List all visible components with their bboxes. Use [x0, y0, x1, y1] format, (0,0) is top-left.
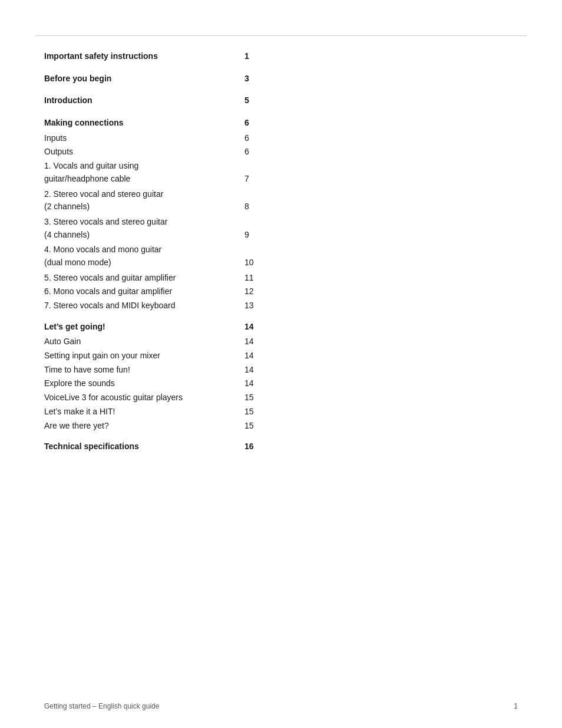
toc-row: Explore the sounds14: [44, 377, 292, 391]
toc-item-page: 15: [244, 420, 292, 434]
top-border: [35, 35, 527, 36]
footer: Getting started – English quick guide 1: [44, 702, 518, 710]
toc-item-page: 6: [244, 117, 292, 132]
toc-item-label: Explore the sounds: [44, 377, 244, 391]
toc-row: 2. Stereo vocal and stereo guitar: [44, 188, 292, 201]
toc-row: Auto Gain14: [44, 335, 292, 350]
toc-item-label: Auto Gain: [44, 335, 244, 350]
toc-row: Before you begin3: [44, 73, 292, 88]
toc-item-page: 12: [244, 285, 292, 299]
toc-row: 6. Mono vocals and guitar amplifier12: [44, 285, 292, 299]
toc-row: Setting input gain on your mixer14: [44, 350, 292, 364]
toc-item-page: 6: [244, 132, 292, 146]
toc-item-page: 15: [244, 406, 292, 420]
toc-item-label: Inputs: [44, 132, 244, 146]
toc-row: Let’s make it a HIT!15: [44, 406, 292, 420]
toc-row: 1. Vocals and guitar using: [44, 160, 292, 173]
toc-item-label-continued: guitar/headphone cable: [44, 173, 244, 188]
toc-table: Important safety instructions1Before you…: [44, 50, 292, 456]
toc-item-page: 8: [244, 200, 292, 216]
toc-item-label: 2. Stereo vocal and stereo guitar: [44, 188, 244, 201]
toc-item-page: 7: [244, 173, 292, 188]
toc-item-label: 7. Stereo vocals and MIDI keyboard: [44, 299, 244, 314]
toc-row: 7. Stereo vocals and MIDI keyboard13: [44, 299, 292, 314]
footer-left: Getting started – English quick guide: [44, 702, 159, 710]
toc-item-page: 14: [244, 377, 292, 391]
toc-row: Technical specifications16: [44, 440, 292, 456]
toc-item-label: 4. Mono vocals and mono guitar: [44, 243, 244, 256]
toc-item-label: 5. Stereo vocals and guitar amplifier: [44, 272, 244, 286]
toc-row: 4. Mono vocals and mono guitar: [44, 243, 292, 256]
toc-row: VoiceLive 3 for acoustic guitar players1…: [44, 391, 292, 406]
toc-row-continued: (dual mono mode)10: [44, 256, 292, 272]
toc-item-page: 6: [244, 146, 292, 160]
toc-item-label: Technical specifications: [44, 440, 244, 456]
toc-item-page: 10: [244, 256, 292, 272]
toc-item-page: 5: [244, 94, 292, 110]
toc-item-page: 13: [244, 299, 292, 314]
toc-item-label-continued: (2 channels): [44, 200, 244, 216]
toc-row: Making connections6: [44, 117, 292, 132]
toc-row-continued: guitar/headphone cable7: [44, 173, 292, 188]
toc-item-label: Important safety instructions: [44, 50, 244, 65]
toc-item-page: 14: [244, 335, 292, 350]
toc-row: Let’s get going!14: [44, 321, 292, 336]
toc-row: 5. Stereo vocals and guitar amplifier11: [44, 272, 292, 286]
toc-row: Outputs6: [44, 146, 292, 160]
toc-item-page: 3: [244, 73, 292, 88]
toc-item-label: Introduction: [44, 94, 244, 110]
toc-item-label: Let’s get going!: [44, 321, 244, 336]
toc-item-page: 16: [244, 440, 292, 456]
toc-item-page: 1: [244, 50, 292, 65]
toc-row-continued: (2 channels)8: [44, 200, 292, 216]
toc-item-label: 6. Mono vocals and guitar amplifier: [44, 285, 244, 299]
toc-item-page: 11: [244, 272, 292, 286]
toc-row: Introduction5: [44, 94, 292, 110]
toc-item-label-continued: (dual mono mode): [44, 256, 244, 272]
toc-item-page: 15: [244, 391, 292, 406]
toc-item-page: 14: [244, 364, 292, 378]
toc-item-page: 9: [244, 229, 292, 244]
toc-item-page: 14: [244, 321, 292, 336]
toc-row: Time to have some fun!14: [44, 364, 292, 378]
toc-item-label: VoiceLive 3 for acoustic guitar players: [44, 391, 244, 406]
toc-item-label-continued: (4 channels): [44, 229, 244, 244]
toc-row: Inputs6: [44, 132, 292, 146]
toc-row-continued: (4 channels)9: [44, 229, 292, 244]
toc-item-label: 1. Vocals and guitar using: [44, 160, 244, 173]
toc-item-label: Outputs: [44, 146, 244, 160]
toc-row: 3. Stereo vocals and stereo guitar: [44, 216, 292, 229]
toc-item-label: Time to have some fun!: [44, 364, 244, 378]
toc-item-label: Setting input gain on your mixer: [44, 350, 244, 364]
toc-item-label: Let’s make it a HIT!: [44, 406, 244, 420]
toc-item-label: Are we there yet?: [44, 420, 244, 434]
toc-item-label: Making connections: [44, 117, 244, 132]
toc-row: Are we there yet?15: [44, 420, 292, 434]
toc-item-page: 14: [244, 350, 292, 364]
toc-content: Important safety instructions1Before you…: [44, 50, 292, 456]
toc-item-label: 3. Stereo vocals and stereo guitar: [44, 216, 244, 229]
footer-right: 1: [514, 702, 518, 710]
toc-item-label: Before you begin: [44, 73, 244, 88]
toc-row: Important safety instructions1: [44, 50, 292, 65]
